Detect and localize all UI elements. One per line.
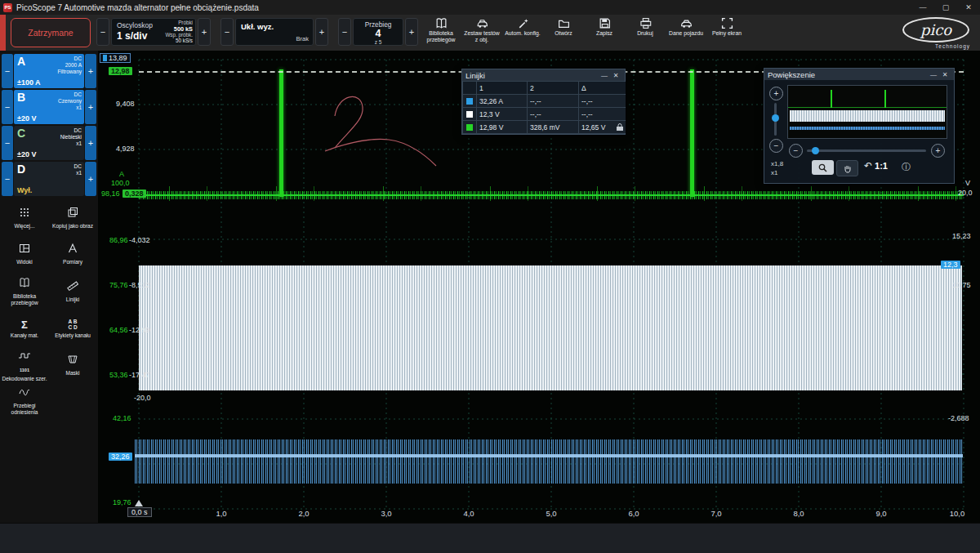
horizontal-zoom-handle[interactable]: [812, 147, 819, 154]
green-ruler-handle-top[interactable]: 12,98: [109, 67, 132, 75]
oscilloscope-group[interactable]: Oscyloskop 1 s/div Próbki 500 kS Wsp. pr…: [111, 18, 196, 46]
waveform-library-tool-button[interactable]: Biblioteka przebiegów: [2, 274, 47, 309]
ruler-delta-locked[interactable]: 12,65 V: [579, 121, 626, 133]
channel-a-increase-button[interactable]: +: [85, 54, 96, 88]
x-tick-label: 10,0: [950, 509, 965, 518]
channel-b-increase-button[interactable]: +: [85, 90, 96, 124]
print-icon: [639, 16, 652, 29]
channel-c-decrease-button[interactable]: −: [2, 126, 13, 160]
timebase-decrease-button[interactable]: −: [96, 18, 109, 46]
undo-icon: ↶: [864, 160, 872, 172]
rulers-panel[interactable]: Linijki — ✕ 1 2 Δ 32,26 A --,-- --,-- 12…: [461, 69, 626, 135]
channel-d-increase-button[interactable]: +: [85, 162, 96, 196]
math-channels-icon: Σ: [21, 319, 28, 331]
trigger-group[interactable]: Ukł. wyz. Brak: [235, 18, 314, 46]
horizontal-zoom-slider[interactable]: [807, 149, 926, 152]
timebase-increase-button[interactable]: +: [198, 18, 211, 46]
channel-labels-button[interactable]: A BC D Etykiety kanału: [50, 312, 96, 346]
waveform-group[interactable]: Przebieg 4 z 5: [353, 18, 403, 46]
vertical-zoom-handle[interactable]: [772, 114, 779, 122]
views-button[interactable]: Widoki: [2, 237, 47, 271]
channel-b-button[interactable]: B DC Czerwony x1 ±20 V: [14, 90, 84, 124]
print-button[interactable]: Drukuj: [626, 16, 665, 49]
zoom-in-vertical-button[interactable]: +: [769, 87, 783, 100]
vehicle-data-button[interactable]: Dane pojazdu: [666, 16, 706, 49]
zoom-overview-thumbnail[interactable]: [787, 85, 947, 139]
zoom-tool-button[interactable]: [812, 160, 834, 175]
channel-d-decrease-button[interactable]: −: [2, 162, 13, 196]
waveform-of-total: z 5: [354, 39, 403, 45]
more-button[interactable]: Więcej...: [2, 201, 47, 235]
close-icon[interactable]: ✕: [939, 71, 951, 78]
fullscreen-button[interactable]: Pełny ekran: [707, 16, 746, 49]
zoom-panel[interactable]: Powiększenie — ✕ + − − + x1,8 x1 ↶: [764, 68, 955, 184]
ruler-value[interactable]: 32,26 A: [477, 95, 527, 107]
time-origin-marker[interactable]: [135, 500, 143, 506]
rulers-panel-header[interactable]: Linijki — ✕: [462, 69, 625, 81]
pan-tool-button[interactable]: [836, 160, 858, 176]
blue-ruler-handle[interactable]: 32,26: [109, 453, 132, 461]
close-button[interactable]: ✕: [957, 0, 980, 15]
minimize-icon[interactable]: —: [928, 71, 939, 78]
ruler-value[interactable]: --,--: [528, 108, 578, 120]
tool-label: Kopiuj jako obraz: [52, 223, 93, 230]
channel-a-decrease-button[interactable]: −: [2, 54, 13, 88]
masks-button[interactable]: Maski: [50, 348, 96, 382]
tool-label: Dekodowanie szer.: [2, 376, 47, 382]
channel-coupling: DC: [74, 127, 82, 133]
channel-b-row: − B DC Czerwony x1 ±20 V +: [2, 90, 96, 124]
waveform-previous-button[interactable]: −: [338, 18, 351, 46]
save-button[interactable]: Zapisz: [585, 16, 624, 49]
sample-rate-value: 50 kS/s: [165, 38, 193, 44]
trigger-increase-button[interactable]: +: [315, 18, 328, 46]
channel-c-button[interactable]: C DC Niebieski x1 ±20 V: [14, 126, 84, 160]
guided-tests-button[interactable]: Zestaw testów z obj.: [462, 16, 501, 49]
app-icon: PS: [3, 3, 12, 12]
zoom-out-horizontal-button[interactable]: −: [789, 144, 803, 158]
minimize-icon[interactable]: —: [599, 72, 610, 79]
zoom-out-vertical-button[interactable]: −: [769, 139, 783, 153]
reference-waveforms-button[interactable]: Przebiegi odniesienia: [2, 384, 47, 418]
green-ruler-handle-zero[interactable]: 0,328: [122, 190, 146, 198]
maximize-button[interactable]: ▢: [934, 0, 957, 15]
channel-c-increase-button[interactable]: +: [85, 126, 96, 160]
ruler-value[interactable]: --,--: [528, 95, 578, 107]
thumbnail-spike-1: [831, 90, 832, 108]
auto-setup-button[interactable]: Autom. konfig.: [503, 16, 542, 49]
handwritten-annotation-2: [310, 79, 457, 177]
math-channels-button[interactable]: Σ Kanały mat.: [2, 312, 47, 346]
copy-as-image-button[interactable]: Kopiuj jako obraz: [50, 201, 96, 235]
channel-b-decrease-button[interactable]: −: [2, 90, 13, 124]
waveform-next-button[interactable]: +: [405, 18, 418, 46]
minimize-button[interactable]: —: [911, 0, 934, 15]
ruler-value[interactable]: 328,6 mV: [528, 121, 578, 133]
open-button[interactable]: Otwórz: [544, 16, 583, 49]
tool-label: Etykiety kanału: [55, 332, 91, 339]
stop-button[interactable]: Zatrzymane: [11, 18, 91, 47]
zoom-in-horizontal-button[interactable]: +: [931, 144, 945, 158]
close-icon[interactable]: ✕: [610, 72, 621, 79]
scale-top-indicator[interactable]: 13,89: [100, 53, 131, 63]
rulers-col-delta: Δ: [579, 82, 626, 94]
serial-decoding-button[interactable]: 1101 Dekodowanie szer.: [2, 348, 47, 382]
channel-coupling: DC: [74, 56, 82, 61]
ruler-value[interactable]: 12,3 V: [477, 108, 527, 120]
measurements-icon: [67, 243, 78, 257]
measurements-button[interactable]: Pomiary: [50, 237, 96, 271]
zoom-reset-button[interactable]: ↶ 1:1: [864, 160, 888, 172]
rulers-button[interactable]: Linijki: [50, 274, 96, 309]
channel-a-waveform-core: [135, 454, 963, 457]
channel-d-button[interactable]: D DC x1 Wył.: [14, 162, 84, 196]
x-tick-label: 1,0: [216, 509, 226, 518]
waveform-library-button[interactable]: Biblioteka przebiegów: [421, 16, 461, 49]
axis-label: -4,032: [129, 236, 150, 244]
white-ruler-handle[interactable]: 12,3: [941, 261, 960, 269]
timebase-value: 1 s/div: [117, 30, 147, 42]
info-icon[interactable]: ⓘ: [902, 161, 911, 173]
rulers-icon: [67, 280, 78, 295]
trigger-decrease-button[interactable]: −: [220, 18, 234, 46]
zoom-panel-header[interactable]: Powiększenie — ✕: [764, 69, 954, 80]
channel-a-button[interactable]: A DC 2000 A Filtrowany ±100 A: [14, 54, 84, 88]
green-spike-1: [279, 69, 283, 197]
ruler-value[interactable]: 12,98 V: [477, 121, 527, 133]
